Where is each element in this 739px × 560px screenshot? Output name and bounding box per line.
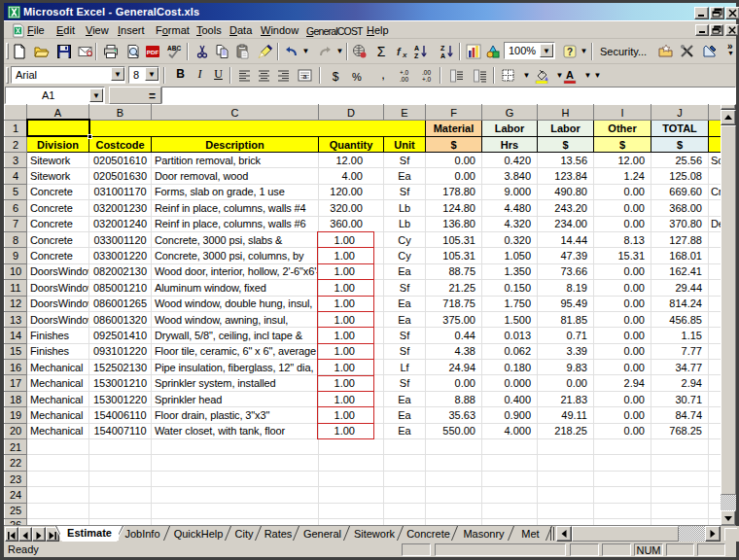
svg-text:?: ? xyxy=(567,47,573,57)
svg-text:A: A xyxy=(414,45,419,52)
svg-text:Z: Z xyxy=(440,45,445,52)
svg-text:Z: Z xyxy=(414,52,419,59)
svg-text:A: A xyxy=(440,52,445,59)
svg-text:+.0: +.0 xyxy=(400,69,409,76)
svg-text:a: a xyxy=(303,73,307,80)
svg-text:f: f xyxy=(397,46,402,57)
svg-text:%: % xyxy=(352,71,362,83)
svg-text:Σ: Σ xyxy=(377,44,386,59)
svg-text:A: A xyxy=(566,69,574,81)
svg-text:+.0: +.0 xyxy=(422,76,432,83)
svg-text:x: x xyxy=(402,51,407,59)
svg-text:PDF: PDF xyxy=(147,49,159,55)
svg-text:.00: .00 xyxy=(400,76,408,83)
svg-text:ABC: ABC xyxy=(167,45,181,52)
svg-text:,: , xyxy=(381,68,385,82)
svg-text:$: $ xyxy=(333,70,339,84)
svg-text:.00: .00 xyxy=(422,69,431,76)
